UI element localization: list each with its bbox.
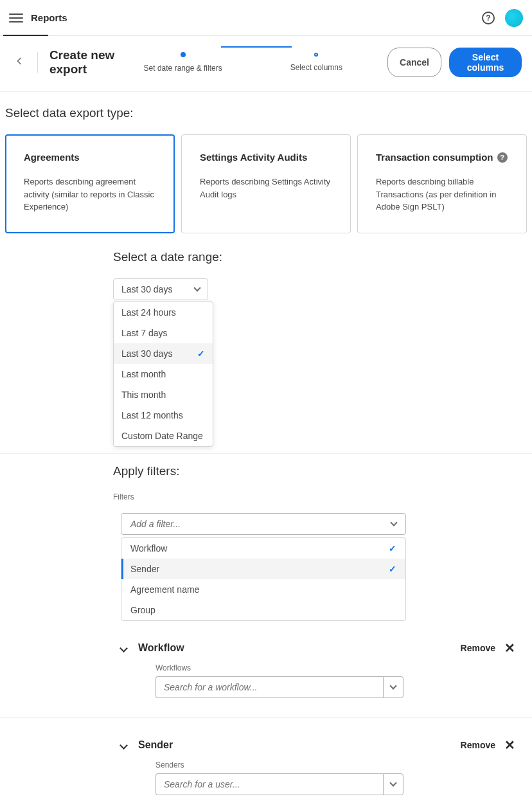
fp-item-group[interactable]: Group bbox=[121, 600, 405, 620]
sender-dropdown-button[interactable] bbox=[383, 773, 403, 795]
check-icon: ✓ bbox=[389, 543, 396, 554]
workflow-search-input[interactable] bbox=[155, 676, 383, 698]
filter-sublabel: Senders bbox=[155, 760, 527, 770]
export-type-title: Select data export type: bbox=[5, 106, 527, 120]
add-filter-select[interactable]: Add a filter... bbox=[121, 513, 406, 535]
filters-section: Apply filters: Filters Add a filter... W… bbox=[0, 454, 532, 802]
chevron-down-icon bbox=[390, 519, 397, 526]
export-type-section: Select data export type: Agreements Repo… bbox=[0, 92, 532, 240]
divider bbox=[37, 52, 38, 73]
remove-filter-link[interactable]: Remove bbox=[461, 643, 495, 653]
active-tab-underline bbox=[3, 35, 48, 37]
chevron-down-icon bbox=[389, 779, 396, 786]
step-dot-open bbox=[314, 53, 318, 57]
close-icon[interactable]: ✕ bbox=[504, 737, 515, 753]
filter-block-workflow: Workflow Remove ✕ Workflows bbox=[121, 640, 527, 698]
check-icon: ✓ bbox=[389, 564, 396, 574]
card-desc: Reports describing billable Transactions… bbox=[376, 176, 512, 213]
step-2[interactable]: Select columns bbox=[290, 53, 342, 72]
card-title: Transaction consumption ? bbox=[376, 152, 512, 163]
filter-block-title: Sender bbox=[138, 739, 461, 751]
dd-item-last-12-months[interactable]: Last 12 months bbox=[114, 405, 213, 426]
workflow-dropdown-button[interactable] bbox=[383, 676, 403, 698]
hamburger-icon[interactable] bbox=[9, 11, 23, 25]
chevron-down-icon bbox=[193, 284, 200, 291]
collapse-toggle[interactable] bbox=[121, 642, 127, 654]
dd-item-last-24-hours[interactable]: Last 24 hours bbox=[114, 302, 213, 323]
close-icon[interactable]: ✕ bbox=[504, 640, 515, 656]
stepper: Set date range & filters . Select column… bbox=[144, 52, 342, 73]
filters-title: Apply filters: bbox=[113, 464, 527, 478]
back-arrow-icon[interactable] bbox=[10, 52, 28, 73]
divider bbox=[0, 717, 532, 718]
page-header: Create new export Set date range & filte… bbox=[0, 36, 532, 92]
page-title: Create new export bbox=[49, 48, 144, 76]
step-dot-filled bbox=[181, 52, 186, 57]
dd-item-last-30-days[interactable]: Last 30 days✓ bbox=[114, 343, 213, 364]
filters-label: Filters bbox=[113, 492, 527, 501]
select-columns-button[interactable]: Select columns bbox=[449, 48, 522, 77]
filter-block-title: Workflow bbox=[138, 642, 461, 654]
check-icon: ✓ bbox=[197, 348, 205, 359]
card-desc: Reports describing agreement activity (s… bbox=[24, 176, 160, 213]
date-range-select[interactable]: Last 30 days bbox=[113, 278, 208, 300]
card-title: Settings Activity Audits bbox=[200, 152, 336, 163]
collapse-toggle[interactable] bbox=[121, 739, 127, 751]
date-range-title: Select a date range: bbox=[113, 250, 527, 264]
dd-item-custom-range[interactable]: Custom Date Range bbox=[114, 426, 213, 446]
top-bar: Reports ? bbox=[0, 0, 532, 36]
card-desc: Reports describing Settings Activity Aud… bbox=[200, 176, 336, 201]
fp-item-workflow[interactable]: Workflow✓ bbox=[121, 538, 405, 559]
card-transaction-consumption[interactable]: Transaction consumption ? Reports descri… bbox=[357, 134, 527, 233]
card-agreements[interactable]: Agreements Reports describing agreement … bbox=[5, 134, 175, 233]
dd-item-this-month[interactable]: This month bbox=[114, 384, 213, 405]
add-filter-placeholder: Add a filter... bbox=[130, 519, 181, 529]
date-range-dropdown: Last 24 hours Last 7 days Last 30 days✓ … bbox=[113, 302, 213, 447]
add-filter-dropdown: Workflow✓ Sender✓ Agreement name Group bbox=[121, 537, 406, 621]
date-range-value: Last 30 days bbox=[121, 284, 172, 294]
step-1[interactable]: Set date range & filters bbox=[144, 52, 222, 73]
remove-filter-link[interactable]: Remove bbox=[461, 740, 495, 750]
chevron-down-icon bbox=[389, 682, 396, 689]
fp-item-agreement-name[interactable]: Agreement name bbox=[121, 579, 405, 600]
step-connector bbox=[221, 46, 292, 48]
filter-block-sender: Sender Remove ✕ Senders bbox=[121, 737, 527, 795]
help-icon[interactable]: ? bbox=[482, 12, 495, 24]
card-settings-activity[interactable]: Settings Activity Audits Reports describ… bbox=[181, 134, 351, 233]
dd-item-last-month[interactable]: Last month bbox=[114, 364, 213, 384]
cancel-button[interactable]: Cancel bbox=[387, 48, 441, 77]
filter-sublabel: Workflows bbox=[155, 663, 527, 672]
dd-item-last-7-days[interactable]: Last 7 days bbox=[114, 323, 213, 343]
top-title: Reports bbox=[31, 12, 67, 23]
fp-item-sender[interactable]: Sender✓ bbox=[121, 559, 405, 579]
avatar[interactable] bbox=[505, 9, 523, 27]
card-title: Agreements bbox=[24, 152, 160, 163]
sender-search-input[interactable] bbox=[155, 773, 383, 795]
date-range-section: Select a date range: Last 30 days Last 2… bbox=[0, 240, 532, 453]
info-icon[interactable]: ? bbox=[497, 152, 508, 163]
